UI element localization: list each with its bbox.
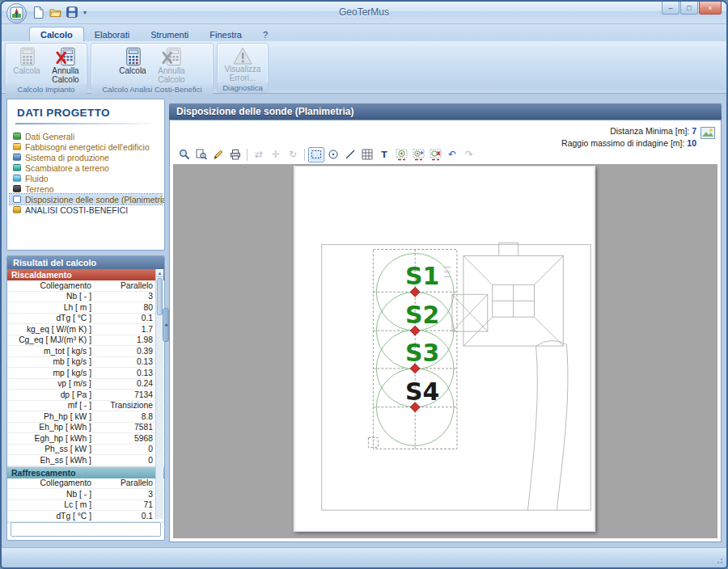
ribbon-tab-row: Calcolo Elaborati Strumenti Finestra ? [2,24,726,41]
window-title: GeoTerMus [2,6,726,18]
grid-toggle-icon[interactable] [359,147,375,162]
distanza-minima-value: 7 [692,126,696,136]
result-label: Nb [ - ] [11,292,103,301]
result-label: Egh_hp [ kWh ] [11,434,103,443]
result-value: 80 [103,303,153,312]
tree-item-disposizione-sonde[interactable]: Disposizione delle sonde (Planimetria) [10,194,162,204]
tree-item-sistema-produzione[interactable]: Sistema di produzione [10,152,162,162]
result-row: Ph_ss [ kW ] 0 [7,445,164,456]
raggio-massimo-label: Raggio massimo di indagine [m]: [561,138,684,148]
result-row: Nb [ - ] 3 [7,489,164,500]
result-label: Nb [ - ] [11,490,103,499]
probe-delete-icon[interactable] [427,147,443,162]
result-label: Lh [ m ] [11,303,103,312]
result-value: 0.39 [103,347,153,356]
results-panel: Risultati del calcolo Riscaldamento » Co… [6,255,165,541]
result-value: 0.13 [103,357,153,366]
tab-strumenti[interactable]: Strumenti [140,27,199,41]
result-value: 71 [103,500,153,509]
tree-item-analisi-costi[interactable]: ANALISI COSTI-BENEFICI [10,204,162,215]
close-button[interactable]: × [699,2,722,15]
result-value: Transizione [103,401,153,410]
result-row: mb [ kg/s ] 0.13 [7,357,164,369]
annulla-analisi-button[interactable]: Annulla Calcolo [152,44,191,84]
tree-item-fluido[interactable]: Fluido [10,173,162,183]
select-area-tool-icon[interactable] [308,147,324,162]
redo-icon[interactable]: ↷ [461,147,477,162]
scrollbar-thumb[interactable] [157,278,163,315]
tree-item-terreno[interactable]: Terreno [10,183,162,194]
result-label: dTg [ °C ] [11,314,103,322]
drawing-canvas[interactable]: S1 S2 S3 S4 [173,164,717,538]
raggio-massimo-value: 10 [687,138,696,148]
distance-info: Distanza Minima [m]: 7 Raggio massimo di… [561,125,696,150]
content-area: DATI PROGETTO Dati Generali Fabbisogni e… [2,94,726,547]
section-riscaldamento[interactable]: Riscaldamento » [7,269,164,280]
edit-pencil-icon[interactable] [210,147,226,162]
tree-item-scambiatore[interactable]: Scambiatore a terreno [10,162,162,173]
costs-icon [13,206,21,213]
section-raffrescamento[interactable]: Raffrescamento » [7,467,164,478]
tab-finestra[interactable]: Finestra [199,27,252,41]
result-value: 3 [103,490,153,499]
result-row: Cg_eq [ MJ/(m³ K) ] 1.98 [7,335,164,347]
resize-grip[interactable] [713,554,723,564]
tab-calcolo[interactable]: Calcolo [29,27,84,41]
tree-item-dati-generali[interactable]: Dati Generali [10,131,162,141]
result-row: Collegamento Parallelo [7,280,164,292]
button-label: Visualizza Errori... [219,65,266,82]
results-scrollbar[interactable]: ▲ [155,269,163,519]
probe-move-icon[interactable] [410,147,426,162]
calculator-cancel-icon [56,46,76,67]
calculator-cancel-icon [162,46,182,67]
zoom-extents-icon[interactable] [193,147,210,162]
distanza-minima-label: Distanza Minima [m]: [610,126,689,136]
minimize-button[interactable]: – [662,2,679,15]
calcola-impianto-button[interactable]: Calcola [7,44,46,84]
energy-needs-icon [13,143,21,150]
picture-icon[interactable] [700,127,715,142]
result-row: mf [ - ] Transizione [7,401,164,412]
divider [15,123,159,124]
button-label: Calcola [119,67,146,76]
ribbon-group-diagnostica: Visualizza Errori... Diagnostica [217,43,269,92]
probe-label: S3 [405,339,439,367]
toolbar-separator [304,149,305,161]
tab-help[interactable]: ? [252,27,278,41]
annulla-calcolo-impianto-button[interactable]: Annulla Calcolo [46,44,85,84]
group-title: Diagnostica [218,82,268,93]
result-label: Eh_hp [ kWh ] [11,423,103,432]
result-row: Lh [ m ] 80 [7,302,164,314]
result-value: 1.7 [103,325,153,334]
drawing-toolbar: ⇄ ✛ ↻ T [176,146,477,162]
rotate-tool-icon[interactable]: ↻ [285,147,301,162]
plan-page[interactable]: S1 S2 S3 S4 [294,166,595,532]
result-label: Lc [ m ] [11,500,103,509]
general-data-icon [13,133,21,140]
text-tool-icon[interactable]: T [376,147,392,162]
circle-tool-icon[interactable] [325,147,341,162]
panel-splitter[interactable]: ◂ [163,308,169,342]
print-icon[interactable] [227,147,243,162]
result-label: dp [ Pa ] [11,390,103,399]
app-window: ▾ GeoTerMus – □ × Calcolo Elaborati Stru… [0,0,728,569]
main-panel: Distanza Minima [m]: 7 Raggio massimo di… [169,120,722,542]
toolbar-separator [247,149,248,161]
zoom-icon[interactable] [176,147,193,162]
tab-elaborati[interactable]: Elaborati [84,27,140,41]
move-tool-icon[interactable]: ✛ [268,147,284,162]
line-tool-icon[interactable] [342,147,358,162]
mirror-tool-icon[interactable]: ⇄ [251,147,267,162]
tree-item-fabbisogni[interactable]: Fabbisogni energetici dell'edificio [10,141,162,152]
undo-icon[interactable]: ↶ [444,147,460,162]
calcola-analisi-button[interactable]: Calcola [113,44,152,84]
probe-insert-icon[interactable] [393,147,409,162]
calculator-icon [17,46,37,67]
maximize-button[interactable]: □ [680,2,698,15]
dati-progetto-panel: DATI PROGETTO Dati Generali Fabbisogni e… [6,99,165,251]
visualizza-errori-button[interactable]: Visualizza Errori... [219,44,266,82]
result-row: mp [ kg/s ] 0.13 [7,368,164,379]
page-title: Disposizione delle sonde (Planimetria) [169,103,722,120]
result-label: Cg_eq [ MJ/(m³ K) ] [11,335,103,344]
scroll-up-icon[interactable]: ▲ [156,269,163,277]
